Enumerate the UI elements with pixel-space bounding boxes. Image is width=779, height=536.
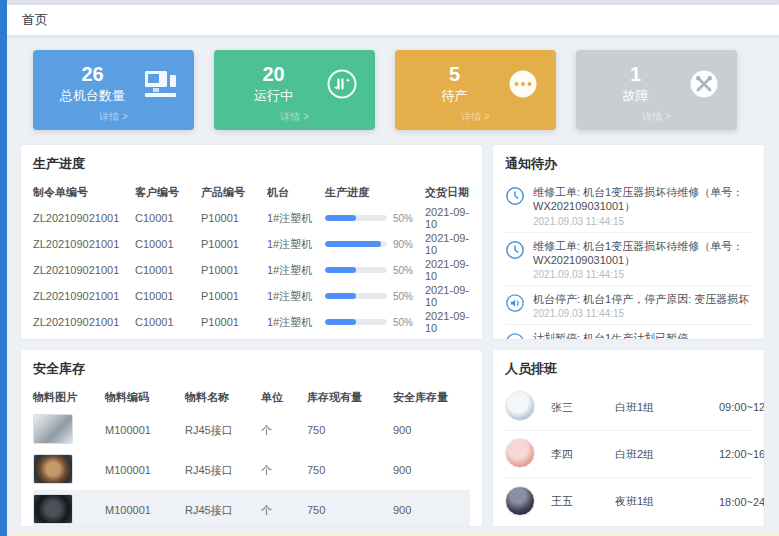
- speaker-photo: [33, 494, 73, 524]
- customer-no-cell: C10001: [135, 264, 201, 276]
- notice-text: 计划暂停: 机台1生产计划已暂停: [533, 331, 688, 340]
- avatar: [505, 486, 535, 516]
- order-no-cell: ZL202109021001: [33, 316, 135, 328]
- safety-qty-cell: 900: [393, 504, 473, 516]
- delivery-date-cell: 2021-09-10: [425, 232, 481, 256]
- machine-cell: 1#注塑机: [267, 211, 325, 226]
- column-header: 物料名称: [185, 390, 261, 405]
- progress-cell: 50%: [325, 265, 425, 276]
- stat-card-running[interactable]: 20 运行中 详情 >: [214, 50, 375, 130]
- current-qty-cell: 750: [307, 504, 393, 516]
- machine-cell: 1#注塑机: [267, 237, 325, 252]
- progress-bar: [325, 267, 387, 273]
- staff-row: 张三 白班1组 09:00~12:00: [505, 384, 752, 431]
- progress-cell: 90%: [325, 239, 425, 250]
- stat-cards-row: 26 总机台数量 详情 > 20: [20, 50, 765, 130]
- notices-title: 通知待办: [505, 155, 752, 173]
- progress-percent: 90%: [393, 239, 413, 250]
- unit-cell: 个: [261, 423, 307, 438]
- staff-schedule-title: 人员排班: [505, 360, 752, 378]
- rj45-connector-photo: [33, 414, 73, 444]
- speaker-icon: [505, 293, 525, 313]
- production-progress-panel: 生产进度 制令单编号 客户编号 产品编号 机台 生产进度 交货日期 ZL2021…: [20, 144, 483, 340]
- customer-no-cell: C10001: [135, 238, 201, 250]
- progress-percent: 50%: [393, 291, 413, 302]
- notice-item[interactable]: 维修工单: 机台1变压器损坏待维修（单号：WX202109031001） 202…: [505, 179, 752, 233]
- waiting-ellipsis-icon: [504, 66, 542, 102]
- staff-shift: 白班2组: [615, 447, 719, 462]
- detail-link[interactable]: 详情 >: [576, 110, 737, 130]
- stock-table-header: 物料图片 物料编码 物料名称 单位 库存现有量 安全库存量: [33, 384, 470, 410]
- product-no-cell: P10001: [201, 316, 267, 328]
- column-header: 生产进度: [325, 185, 425, 200]
- progress-percent: 50%: [393, 317, 413, 328]
- unit-cell: 个: [261, 463, 307, 478]
- detail-link[interactable]: 详情 >: [395, 110, 556, 130]
- order-no-cell: ZL202109021001: [33, 290, 135, 302]
- order-no-cell: ZL202109021001: [33, 238, 135, 250]
- left-accent-strip: [0, 0, 7, 536]
- column-header: 单位: [261, 390, 307, 405]
- progress-cell: 50%: [325, 213, 425, 224]
- machine-cell: 1#注塑机: [267, 289, 325, 304]
- notice-timestamp: 2021.09.03 11:44:15: [533, 308, 749, 319]
- staff-name: 王五: [551, 494, 615, 509]
- staff-name: 李四: [551, 447, 615, 462]
- progress-bar: [325, 215, 387, 221]
- table-row: M100001 RJ45接口 个 750 900: [33, 450, 470, 490]
- material-name-cell: RJ45接口: [185, 463, 261, 478]
- product-no-cell: P10001: [201, 238, 267, 250]
- staff-time: 18:00~24:00: [719, 496, 765, 508]
- column-header: 机台: [267, 185, 325, 200]
- notices-panel: 通知待办 维修工单: 机台1变压器损坏待维修（单号：WX202109031001…: [492, 144, 765, 340]
- avatar: [505, 438, 535, 468]
- unit-cell: 个: [261, 503, 307, 518]
- page-title: 首页: [22, 11, 48, 29]
- material-code-cell: M100001: [105, 464, 185, 476]
- product-no-cell: P10001: [201, 264, 267, 276]
- notice-timestamp: 2021.09.03 11:44:15: [533, 269, 752, 280]
- column-header: 产品编号: [201, 185, 267, 200]
- fault-tools-icon: [685, 66, 723, 102]
- column-header: 物料图片: [33, 390, 105, 405]
- customer-no-cell: C10001: [135, 290, 201, 302]
- coil-photo: [33, 454, 73, 484]
- table-row: ZL202109021001 C10001 P10001 1#注塑机 50% 2…: [33, 283, 470, 309]
- notice-item[interactable]: 维修工单: 机台1变压器损坏待维修（单号：WX202109031001） 202…: [505, 233, 752, 287]
- table-row: ZL202109021001 C10001 P10001 1#注塑机 50% 2…: [33, 257, 470, 283]
- notice-item[interactable]: 机台停产: 机台1停产，停产原因: 变压器损坏 2021.09.03 11:44…: [505, 286, 752, 325]
- delivery-date-cell: 2021-09-10: [425, 310, 481, 334]
- progress-bar: [325, 293, 387, 299]
- table-row: ZL202109021001 C10001 P10001 1#注塑机 50% 2…: [33, 205, 470, 231]
- notice-timestamp: 2021.09.03 11:44:15: [533, 216, 752, 227]
- staff-name: 张三: [551, 400, 615, 415]
- machine-cell: 1#注塑机: [267, 263, 325, 278]
- progress-bar: [325, 319, 387, 325]
- notice-item[interactable]: 计划暂停: 机台1生产计划已暂停 2021.09.03 11:44:15: [505, 325, 752, 340]
- detail-link[interactable]: 详情 >: [214, 110, 375, 130]
- speaker-icon: [505, 332, 525, 340]
- stat-card-waiting[interactable]: 5 待产 详情 >: [395, 50, 556, 130]
- table-row: ZL202109021001 C10001 P10001 1#注塑机 50% 2…: [33, 309, 470, 335]
- delivery-date-cell: 2021-09-10: [425, 284, 481, 308]
- page-header: 首页: [0, 5, 779, 36]
- column-header: 交货日期: [425, 185, 481, 200]
- staff-row: 李四 白班2组 12:00~16:00: [505, 431, 752, 478]
- progress-bar: [325, 241, 387, 247]
- progress-percent: 50%: [393, 213, 413, 224]
- detail-link[interactable]: 详情 >: [33, 110, 194, 130]
- page-bottom-edge: [0, 532, 779, 536]
- material-code-cell: M100001: [105, 504, 185, 516]
- main-panels-grid: 生产进度 制令单编号 客户编号 产品编号 机台 生产进度 交货日期 ZL2021…: [20, 144, 765, 527]
- table-row: M100001 RJ45接口 个 750 900: [33, 490, 470, 527]
- notice-text: 维修工单: 机台1变压器损坏待维修（单号：WX202109031001）: [533, 239, 752, 268]
- staff-time: 12:00~16:00: [719, 448, 765, 460]
- safety-qty-cell: 900: [393, 424, 473, 436]
- order-no-cell: ZL202109021001: [33, 212, 135, 224]
- product-no-cell: P10001: [201, 212, 267, 224]
- stat-card-fault[interactable]: 1 故障 详情 >: [576, 50, 737, 130]
- progress-cell: 50%: [325, 317, 425, 328]
- progress-percent: 50%: [393, 265, 413, 276]
- stat-card-total-machines[interactable]: 26 总机台数量 详情 >: [33, 50, 194, 130]
- staff-shift: 夜班1组: [615, 494, 719, 509]
